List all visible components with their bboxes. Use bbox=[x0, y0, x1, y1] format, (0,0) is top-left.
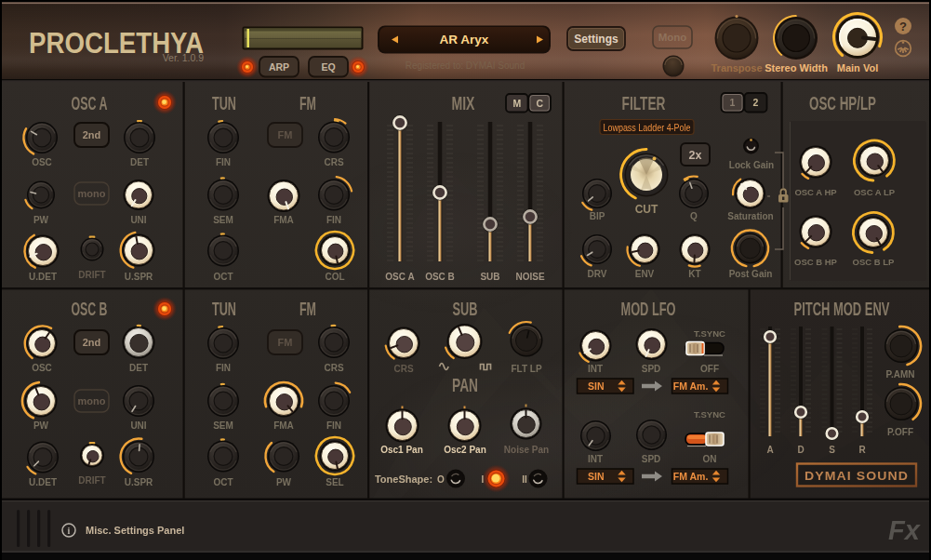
svg-text:i: i bbox=[68, 526, 71, 536]
svg-text:2nd: 2nd bbox=[83, 129, 101, 140]
svg-text:O: O bbox=[437, 474, 445, 485]
svg-text:SPD: SPD bbox=[642, 454, 661, 464]
svg-text:mono: mono bbox=[78, 188, 106, 199]
svg-text:FIN: FIN bbox=[326, 420, 341, 431]
svg-text:U.SPR: U.SPR bbox=[125, 477, 153, 487]
svg-text:Q: Q bbox=[690, 211, 698, 221]
svg-text:Registered to: DYMAI Sound: Registered to: DYMAI Sound bbox=[406, 60, 525, 71]
svg-text:R: R bbox=[858, 445, 866, 455]
svg-text:DRIFT: DRIFT bbox=[78, 475, 105, 486]
svg-text:Misc. Settings Panel: Misc. Settings Panel bbox=[86, 525, 184, 536]
svg-text:SPD: SPD bbox=[642, 364, 661, 374]
svg-text:BIP: BIP bbox=[590, 211, 605, 221]
svg-text:Stereo Width: Stereo Width bbox=[765, 62, 828, 73]
svg-text:Osc2 Pan: Osc2 Pan bbox=[444, 445, 486, 455]
svg-text:SUB: SUB bbox=[480, 272, 499, 282]
svg-text:OSC B: OSC B bbox=[72, 299, 108, 319]
svg-text:Lock Gain: Lock Gain bbox=[729, 160, 774, 170]
svg-text:CRS: CRS bbox=[324, 363, 343, 373]
svg-text:SEM: SEM bbox=[213, 420, 233, 431]
svg-text:OSC A LP: OSC A LP bbox=[854, 187, 896, 197]
svg-text:PITCH MOD ENV: PITCH MOD ENV bbox=[794, 299, 890, 319]
svg-text:FMA: FMA bbox=[273, 215, 294, 225]
svg-text:2nd: 2nd bbox=[83, 337, 101, 348]
svg-text:2x: 2x bbox=[689, 149, 702, 162]
svg-text:FM Am.: FM Am. bbox=[673, 380, 709, 392]
svg-text:DRIFT: DRIFT bbox=[78, 270, 105, 280]
svg-text:UNI: UNI bbox=[130, 420, 146, 431]
svg-text:UNI: UNI bbox=[130, 215, 146, 225]
svg-text:FM: FM bbox=[278, 129, 293, 140]
svg-text:TUN: TUN bbox=[212, 299, 236, 319]
svg-text:OSC A HP: OSC A HP bbox=[794, 187, 837, 197]
svg-text:C: C bbox=[536, 98, 543, 109]
svg-text:CRS: CRS bbox=[393, 364, 413, 374]
svg-text:Lowpass Ladder 4-Pole: Lowpass Ladder 4-Pole bbox=[604, 123, 691, 133]
svg-text:EQ: EQ bbox=[321, 61, 335, 73]
svg-text:2: 2 bbox=[753, 97, 759, 108]
svg-text:T.SYNC: T.SYNC bbox=[694, 409, 725, 420]
svg-text:A: A bbox=[766, 445, 773, 455]
svg-text:Fx: Fx bbox=[888, 515, 922, 545]
svg-text:AR Aryx: AR Aryx bbox=[440, 33, 489, 47]
svg-text:1: 1 bbox=[730, 97, 736, 108]
svg-text:Mono: Mono bbox=[658, 32, 687, 43]
svg-text:SEL: SEL bbox=[326, 477, 343, 487]
svg-text:CUT: CUT bbox=[635, 203, 658, 216]
svg-text:FIN: FIN bbox=[216, 157, 231, 167]
svg-text:OSC B: OSC B bbox=[425, 272, 455, 282]
svg-text:D: D bbox=[797, 445, 804, 455]
svg-text:INT: INT bbox=[588, 454, 603, 464]
svg-text:M: M bbox=[512, 98, 521, 109]
svg-text:U.DET: U.DET bbox=[29, 272, 57, 282]
svg-text:II: II bbox=[522, 474, 527, 485]
svg-text:OCT: OCT bbox=[213, 477, 233, 487]
svg-text:FIN: FIN bbox=[326, 215, 341, 225]
svg-text:DET: DET bbox=[129, 363, 148, 373]
svg-text:P.AMN: P.AMN bbox=[886, 369, 915, 380]
svg-text:SEM: SEM bbox=[213, 215, 233, 225]
svg-text:OSC A: OSC A bbox=[72, 93, 108, 113]
svg-text:ON: ON bbox=[703, 454, 717, 464]
svg-text:Settings: Settings bbox=[574, 33, 618, 46]
svg-text:SIN: SIN bbox=[588, 380, 605, 392]
svg-text:OSC HP/LP: OSC HP/LP bbox=[809, 93, 876, 113]
svg-text:Saturation: Saturation bbox=[727, 211, 773, 221]
svg-text:OSC A: OSC A bbox=[385, 272, 414, 282]
svg-text:TUN: TUN bbox=[212, 93, 236, 113]
svg-text:U.SPR: U.SPR bbox=[125, 272, 153, 282]
svg-text:mono: mono bbox=[78, 395, 106, 407]
svg-text:Main Vol: Main Vol bbox=[837, 62, 878, 73]
svg-text:OSC: OSC bbox=[32, 157, 52, 167]
svg-text:ToneShape:: ToneShape: bbox=[375, 473, 432, 485]
svg-text:SIN: SIN bbox=[588, 471, 605, 482]
svg-text:FM: FM bbox=[299, 93, 316, 113]
svg-text:Ver. 1.0.9: Ver. 1.0.9 bbox=[163, 52, 205, 63]
svg-text:PW: PW bbox=[33, 420, 49, 431]
svg-text:PW: PW bbox=[33, 215, 49, 225]
svg-text:Osc1 Pan: Osc1 Pan bbox=[380, 445, 423, 455]
svg-text:DET: DET bbox=[130, 157, 149, 167]
svg-text:CRS: CRS bbox=[324, 157, 343, 167]
svg-text:OSC B LP: OSC B LP bbox=[853, 257, 896, 267]
svg-text:FIN: FIN bbox=[216, 363, 231, 373]
svg-text:SUB: SUB bbox=[453, 299, 478, 319]
svg-text:FM: FM bbox=[299, 299, 316, 319]
svg-text:T.SYNC: T.SYNC bbox=[694, 328, 725, 339]
svg-text:PW: PW bbox=[276, 477, 292, 487]
svg-text:OSC B HP: OSC B HP bbox=[794, 257, 838, 267]
svg-text:COL: COL bbox=[325, 272, 344, 282]
svg-text:OCT: OCT bbox=[213, 272, 233, 282]
svg-text:U.DET: U.DET bbox=[29, 477, 57, 487]
svg-text:DYMAI SOUND: DYMAI SOUND bbox=[805, 469, 909, 483]
svg-text:FM: FM bbox=[278, 337, 293, 348]
svg-text:Noise Pan: Noise Pan bbox=[504, 445, 549, 455]
svg-text:ARP: ARP bbox=[269, 61, 289, 73]
svg-text:MOD LFO: MOD LFO bbox=[621, 299, 676, 319]
svg-text:INT: INT bbox=[588, 364, 603, 374]
svg-text:OSC: OSC bbox=[32, 363, 52, 373]
svg-text:?: ? bbox=[899, 20, 907, 33]
svg-text:MIX: MIX bbox=[452, 93, 475, 113]
svg-text:DRV: DRV bbox=[588, 269, 607, 279]
svg-text:FLT LP: FLT LP bbox=[511, 364, 541, 374]
